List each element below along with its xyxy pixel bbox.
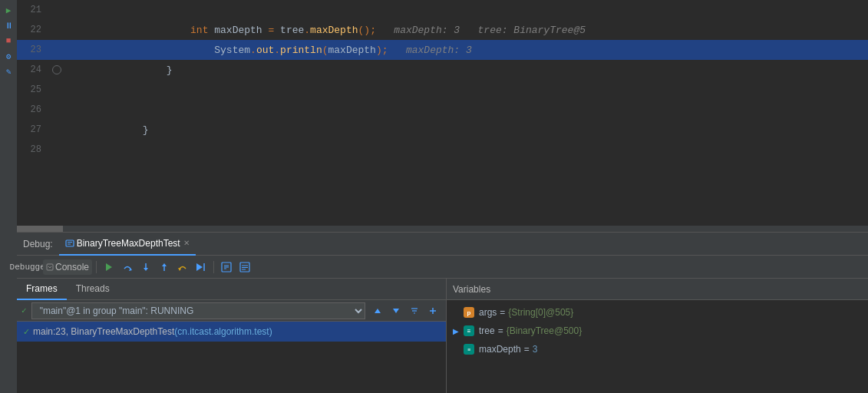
threads-tab[interactable]: Threads bbox=[67, 279, 119, 300]
code-lines: 21 22 int maxDepth = tree.maxDepth(); ma… bbox=[17, 0, 868, 226]
variables-header: Variables bbox=[447, 279, 868, 300]
trace-btn[interactable] bbox=[236, 259, 253, 276]
resume-sidebar-btn[interactable]: ▶ bbox=[2, 3, 15, 17]
tree-name: tree bbox=[479, 325, 495, 336]
svg-marker-11 bbox=[196, 263, 203, 271]
frame-add-btn[interactable] bbox=[424, 302, 441, 319]
svg-rect-0 bbox=[66, 240, 74, 246]
evaluate-btn[interactable] bbox=[218, 259, 235, 276]
svg-marker-22 bbox=[393, 309, 399, 313]
content-area: 21 22 int maxDepth = tree.maxDepth(); ma… bbox=[17, 0, 868, 393]
frame-add-icon bbox=[428, 306, 437, 315]
tree-value: {BinaryTree@500} bbox=[507, 325, 582, 336]
maxdepth-type-icon: ≡ bbox=[464, 344, 474, 355]
args-expand bbox=[453, 309, 462, 317]
variables-title: Variables bbox=[453, 284, 490, 295]
debug-toolbar: Debugger Console bbox=[17, 256, 868, 279]
svg-marker-4 bbox=[106, 263, 112, 271]
run-to-cursor-icon bbox=[196, 262, 206, 272]
line-num-25: 25 bbox=[17, 84, 49, 95]
debug-body: Frames Threads ✓ "main"@1 in group "main… bbox=[17, 279, 868, 393]
breakpoint-24 bbox=[52, 65, 61, 74]
step-over-icon bbox=[122, 262, 133, 272]
args-value: {String[0]@505} bbox=[508, 307, 573, 318]
svg-rect-1 bbox=[68, 242, 72, 243]
resume-icon bbox=[104, 263, 114, 272]
console-tab-btn[interactable]: Console bbox=[43, 259, 92, 275]
variables-list: p args = {String[0]@505} ▶ ≡ tree = {Bin… bbox=[447, 300, 868, 393]
debug-sub-tabs: Frames Threads bbox=[17, 279, 446, 300]
frame-down-icon bbox=[391, 306, 401, 315]
svg-marker-10 bbox=[178, 268, 181, 271]
var-item-maxdepth[interactable]: ≡ maxDepth = 3 bbox=[447, 340, 868, 358]
debug-sidebar: ▶ ⏸ ■ ⚙ ✎ bbox=[0, 0, 17, 393]
svg-marker-5 bbox=[129, 268, 132, 271]
line-num-27: 27 bbox=[17, 124, 49, 135]
evaluate-icon bbox=[221, 262, 232, 272]
line-num-22: 22 bbox=[17, 25, 49, 35]
line-num-28: 28 bbox=[17, 144, 49, 155]
debug-left-panel: Frames Threads ✓ "main"@1 in group "main… bbox=[17, 279, 447, 393]
svg-rect-3 bbox=[47, 264, 53, 270]
step-out-btn[interactable] bbox=[156, 259, 173, 276]
svg-rect-2 bbox=[68, 244, 71, 245]
maxdepth-value: 3 bbox=[533, 344, 538, 355]
editor-scrollbar-thumb bbox=[17, 226, 63, 232]
editor-scrollbar[interactable] bbox=[17, 226, 868, 232]
frames-tab[interactable]: Frames bbox=[17, 279, 67, 300]
line-num-23: 23 bbox=[17, 45, 49, 55]
tree-eq: = bbox=[498, 325, 503, 336]
step-out-icon bbox=[159, 262, 170, 272]
var-item-tree[interactable]: ▶ ≡ tree = {BinaryTree@500} bbox=[447, 322, 868, 340]
line-num-24: 24 bbox=[17, 64, 49, 75]
threads-tab-label: Threads bbox=[76, 283, 110, 294]
thread-select[interactable]: "main"@1 in group "main": RUNNING bbox=[31, 302, 365, 319]
frames-list: ✓ main:23, BinaryTreeMaxDepthTest (cn.it… bbox=[17, 322, 446, 393]
step-into-btn[interactable] bbox=[137, 259, 154, 276]
editor-area: 21 22 int maxDepth = tree.maxDepth(); ma… bbox=[17, 0, 868, 232]
tree-type-icon: ≡ bbox=[464, 325, 474, 336]
code-line-24: 24 } bbox=[17, 60, 868, 80]
svg-marker-7 bbox=[144, 268, 148, 271]
run-to-cursor-btn[interactable] bbox=[193, 259, 210, 276]
debugger-tab[interactable]: BinaryTreeMaxDepthTest ✕ bbox=[59, 233, 196, 256]
code-line-25: 25 bbox=[17, 80, 868, 100]
script-sidebar-btn[interactable]: ⚙ bbox=[2, 49, 15, 63]
frames-toolbar: ✓ "main"@1 in group "main": RUNNING bbox=[17, 300, 446, 322]
toolbar-sep-2 bbox=[213, 261, 214, 273]
var-item-args[interactable]: p args = {String[0]@505} bbox=[447, 303, 868, 322]
toolbar-sep-1 bbox=[96, 261, 97, 273]
step-back-btn[interactable] bbox=[174, 259, 191, 276]
args-name: args bbox=[479, 307, 497, 318]
frame-filter-btn[interactable] bbox=[406, 302, 423, 319]
gutter-24 bbox=[49, 65, 64, 74]
debug-label: Debug: bbox=[23, 239, 53, 249]
code-line-27: 27 } bbox=[17, 120, 868, 140]
pause-sidebar-btn[interactable]: ⏸ bbox=[2, 18, 15, 32]
tree-expand[interactable]: ▶ bbox=[453, 327, 462, 335]
resume-btn[interactable] bbox=[101, 259, 117, 276]
step-back-icon bbox=[177, 262, 188, 272]
code-line-28: 28 bbox=[17, 140, 868, 160]
frame-item[interactable]: ✓ main:23, BinaryTreeMaxDepthTest (cn.it… bbox=[17, 322, 446, 342]
frame-up-btn[interactable] bbox=[369, 302, 386, 319]
frames-tab-label: Frames bbox=[26, 283, 58, 294]
frame-down-btn[interactable] bbox=[388, 302, 404, 319]
debug-tab-name: BinaryTreeMaxDepthTest bbox=[77, 238, 180, 249]
debug-panel: Debug: BinaryTreeMaxDepthTest ✕ Debugger… bbox=[17, 232, 868, 393]
line-num-21: 21 bbox=[17, 5, 49, 15]
svg-marker-21 bbox=[375, 309, 381, 313]
debugger-sub-tab[interactable]: Debugger bbox=[21, 259, 38, 276]
frame-text: main:23, BinaryTreeMaxDepthTest bbox=[33, 326, 174, 337]
thread-check-icon: ✓ bbox=[21, 305, 27, 315]
debugger-tab-label bbox=[65, 238, 77, 249]
args-type-icon: p bbox=[464, 307, 474, 318]
frame-up-icon bbox=[373, 306, 382, 315]
frame-link: (cn.itcast.algorithm.test) bbox=[174, 326, 272, 337]
step-over-btn[interactable] bbox=[119, 259, 136, 276]
debug-right-panel: Variables p args = {String[0]@505} bbox=[447, 279, 868, 393]
stop-sidebar-btn[interactable]: ■ bbox=[2, 34, 15, 48]
maxdepth-eq: = bbox=[524, 344, 530, 355]
debug-tab-close[interactable]: ✕ bbox=[183, 239, 190, 247]
pen-sidebar-btn[interactable]: ✎ bbox=[2, 64, 15, 78]
